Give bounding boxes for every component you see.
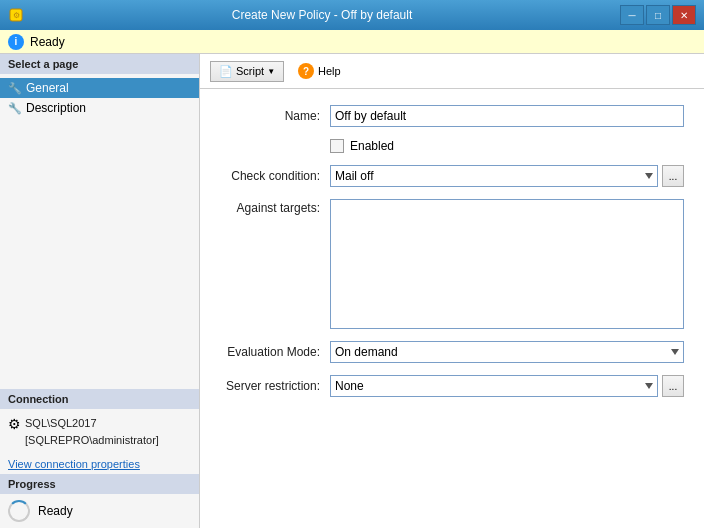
- check-condition-wrapper: Mail off ...: [330, 165, 684, 187]
- connection-section: Connection ⚙ SQL\SQL2017 [SQLREPRO\admin…: [0, 389, 199, 474]
- server-restriction-label: Server restriction:: [220, 379, 330, 393]
- sidebar-item-general-label: General: [26, 81, 69, 95]
- against-targets-label: Against targets:: [220, 199, 330, 329]
- check-condition-label: Check condition:: [220, 169, 330, 183]
- name-row: Name:: [220, 105, 684, 127]
- status-icon: i: [8, 34, 24, 50]
- form-area: Name: Enabled Check condition: Mail off …: [200, 89, 704, 528]
- svg-text:⚙: ⚙: [13, 11, 20, 20]
- enabled-label: Enabled: [350, 139, 394, 153]
- sidebar-items: 🔧 General 🔧 Description: [0, 74, 199, 122]
- progress-header: Progress: [0, 474, 199, 494]
- close-button[interactable]: ✕: [672, 5, 696, 25]
- server-restriction-ellipsis-button[interactable]: ...: [662, 375, 684, 397]
- check-condition-ellipsis-button[interactable]: ...: [662, 165, 684, 187]
- help-icon: ?: [298, 63, 314, 79]
- name-input[interactable]: [330, 105, 684, 127]
- name-label: Name:: [220, 109, 330, 123]
- sidebar: Select a page 🔧 General 🔧 Description Co…: [0, 54, 200, 528]
- connection-icon: ⚙: [8, 416, 21, 432]
- statusbar: i Ready: [0, 30, 704, 54]
- content-area: 📄 Script ▼ ? Help Name: Enabled: [200, 54, 704, 528]
- status-text: Ready: [30, 35, 65, 49]
- evaluation-mode-label: Evaluation Mode:: [220, 345, 330, 359]
- sidebar-item-description[interactable]: 🔧 Description: [0, 98, 199, 118]
- window-controls: ─ □ ✕: [620, 5, 696, 25]
- main-container: Select a page 🔧 General 🔧 Description Co…: [0, 54, 704, 528]
- app-icon: ⚙: [8, 7, 24, 23]
- connection-user: [SQLREPRO\administrator]: [25, 432, 159, 449]
- sidebar-section-header: Select a page: [0, 54, 199, 74]
- progress-section: Progress Ready: [0, 474, 199, 528]
- window-title: Create New Policy - Off by default: [24, 8, 620, 22]
- server-restriction-row: Server restriction: None ...: [220, 375, 684, 397]
- restore-button[interactable]: □: [646, 5, 670, 25]
- minimize-button[interactable]: ─: [620, 5, 644, 25]
- wrench-icon-2: 🔧: [8, 102, 22, 115]
- against-targets-row: Against targets:: [220, 199, 684, 329]
- wrench-icon: 🔧: [8, 82, 22, 95]
- enabled-row: Enabled: [220, 139, 684, 153]
- connection-info: ⚙ SQL\SQL2017 [SQLREPRO\administrator]: [0, 409, 199, 454]
- connection-header: Connection: [0, 389, 199, 409]
- progress-spinner: [8, 500, 30, 522]
- enabled-checkbox[interactable]: [330, 139, 344, 153]
- progress-status: Ready: [38, 504, 73, 518]
- toolbar: 📄 Script ▼ ? Help: [200, 54, 704, 89]
- document-icon: 📄: [219, 65, 233, 78]
- connection-details: SQL\SQL2017 [SQLREPRO\administrator]: [25, 415, 159, 448]
- against-targets-textarea[interactable]: [330, 199, 684, 329]
- server-restriction-select[interactable]: None: [330, 375, 658, 397]
- connection-server: SQL\SQL2017: [25, 415, 159, 432]
- titlebar: ⚙ Create New Policy - Off by default ─ □…: [0, 0, 704, 30]
- sidebar-item-description-label: Description: [26, 101, 86, 115]
- evaluation-mode-select[interactable]: On demand: [330, 341, 684, 363]
- progress-content: Ready: [0, 494, 199, 528]
- view-connection-link[interactable]: View connection properties: [0, 454, 199, 474]
- sidebar-item-general[interactable]: 🔧 General: [0, 78, 199, 98]
- dropdown-arrow-icon: ▼: [267, 67, 275, 76]
- check-condition-select[interactable]: Mail off: [330, 165, 658, 187]
- help-label: Help: [318, 65, 341, 77]
- script-button[interactable]: 📄 Script ▼: [210, 61, 284, 82]
- check-condition-row: Check condition: Mail off ...: [220, 165, 684, 187]
- help-button[interactable]: ? Help: [292, 60, 347, 82]
- evaluation-mode-row: Evaluation Mode: On demand: [220, 341, 684, 363]
- server-restriction-wrapper: None ...: [330, 375, 684, 397]
- script-label: Script: [236, 65, 264, 77]
